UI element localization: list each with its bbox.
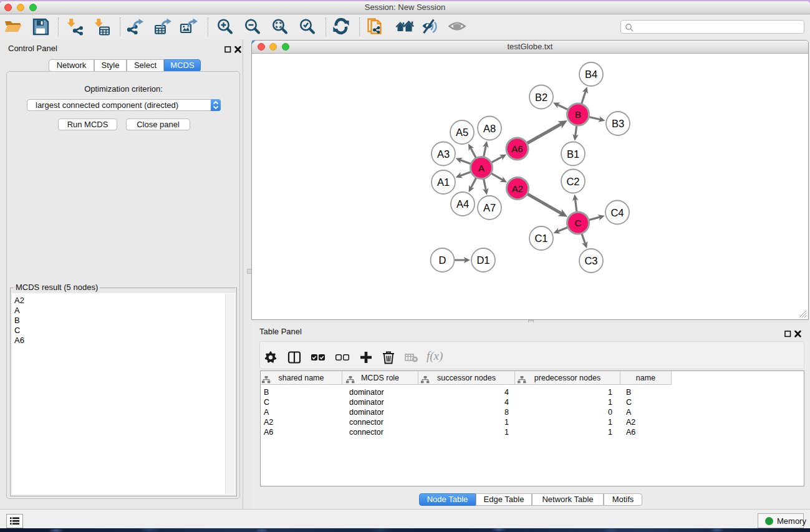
svg-text:B2: B2 [535, 92, 547, 103]
svg-text:B: B [575, 109, 581, 120]
svg-text:A: A [478, 163, 485, 173]
svg-text:B3: B3 [612, 118, 624, 129]
svg-text:C1: C1 [534, 233, 547, 244]
svg-text:A3: A3 [437, 148, 450, 160]
svg-text:A8: A8 [483, 123, 496, 134]
svg-text:A4: A4 [456, 198, 469, 210]
svg-text:C4: C4 [610, 207, 624, 218]
svg-text:A7: A7 [483, 202, 496, 213]
svg-text:A5: A5 [456, 127, 468, 138]
svg-text:D: D [439, 254, 446, 266]
svg-text:B4: B4 [585, 69, 597, 80]
svg-text:C: C [575, 218, 582, 228]
svg-text:A1: A1 [437, 177, 450, 188]
svg-text:A6: A6 [511, 143, 523, 154]
svg-text:C2: C2 [566, 176, 579, 187]
svg-text:A2: A2 [512, 183, 523, 194]
svg-text:C3: C3 [584, 255, 597, 266]
svg-text:B1: B1 [567, 148, 579, 160]
svg-text:D1: D1 [476, 254, 489, 266]
